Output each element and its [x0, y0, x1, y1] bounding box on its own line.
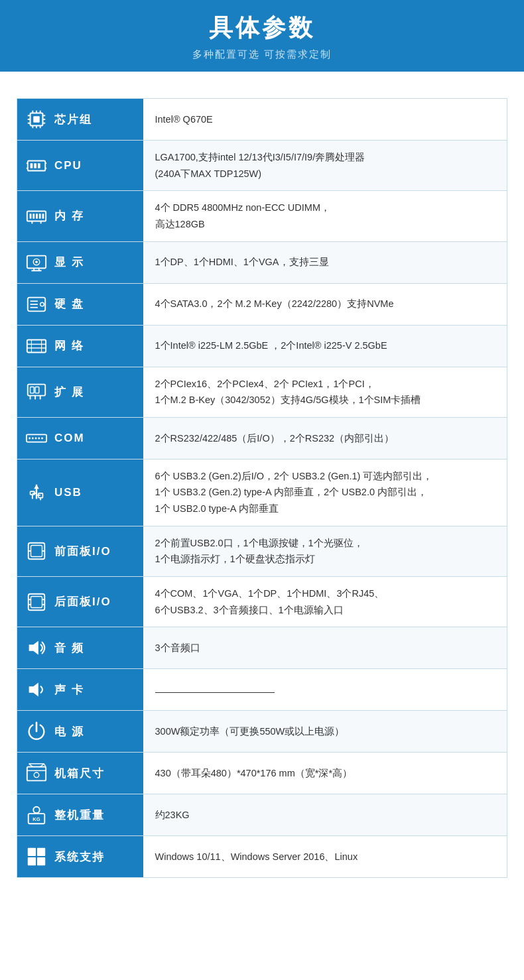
svg-rect-17 [38, 163, 40, 168]
page-subtitle: 多种配置可选 可按需求定制 [13, 48, 511, 61]
svg-rect-90 [28, 857, 36, 865]
spec-value-weight: 约23KG [143, 794, 507, 836]
table-row: 系统支持Windows 10/11、Windows Server 2016、Li… [17, 836, 507, 878]
power-icon [24, 719, 49, 744]
table-row: 机箱尺寸430（带耳朵480）*470*176 mm（宽*深*高） [17, 753, 507, 794]
page-wrapper: 具体参数 多种配置可选 可按需求定制 芯片组Intel® Q670E CPULG… [0, 0, 524, 918]
table-row: USB6个 USB3.2 (Gen.2)后I/O，2个 USB3.2 (Gen.… [17, 459, 507, 526]
com-icon [24, 426, 49, 451]
svg-marker-76 [29, 641, 38, 655]
spec-value-network: 1个Intel® i225-LM 2.5GbE ，2个Intel® i225-V… [143, 325, 507, 367]
spec-label-cell-storage: 硬 盘 [17, 283, 143, 325]
spec-value-power: 300W额定功率（可更换550W或以上电源） [143, 711, 507, 753]
spec-label-text-front-io: 前面板I/O [54, 544, 111, 559]
spec-label-cell-usb: USB [17, 459, 143, 526]
svg-point-53 [29, 437, 31, 439]
spec-label-cell-display: 显 示 [17, 241, 143, 283]
spec-value-usb: 6个 USB3.2 (Gen.2)后I/O，2个 USB3.2 (Gen.1) … [143, 459, 507, 526]
spec-value-expansion: 2个PCIex16、2个PCIex4、2个 PCIex1，1个PCI，1个M.2… [143, 367, 507, 417]
table-row: CPULGA1700,支持intel 12/13代I3/I5/I7/I9/奔腾处… [17, 141, 507, 191]
chassis-icon [24, 761, 49, 786]
spec-label-cell-front-io: 前面板I/O [17, 526, 143, 576]
spec-table: 芯片组Intel® Q670E CPULGA1700,支持intel 12/13… [17, 98, 507, 878]
svg-rect-67 [31, 546, 42, 557]
svg-point-85 [33, 807, 39, 813]
svg-rect-78 [27, 767, 46, 781]
usb-icon [24, 480, 49, 505]
svg-rect-71 [31, 596, 42, 607]
table-row: 芯片组Intel® Q670E [17, 99, 507, 141]
table-row: 音 频3个音频口 [17, 627, 507, 669]
spec-value-memory: 4个 DDR5 4800MHz non-ECC UDIMM，高达128GB [143, 191, 507, 241]
weight-icon: KG [24, 802, 49, 827]
cpu-icon [24, 153, 49, 178]
svg-rect-91 [37, 857, 45, 865]
spec-label-cell-os: 系统支持 [17, 836, 143, 878]
table-row: KG 整机重量约23KG [17, 794, 507, 836]
rear-io-icon [24, 589, 49, 615]
spec-label-text-os: 系统支持 [54, 849, 105, 865]
svg-rect-48 [35, 387, 39, 393]
svg-rect-24 [33, 214, 34, 219]
sound-card-icon [24, 677, 49, 702]
chipset-icon [24, 107, 49, 132]
spec-label-text-display: 显 示 [54, 255, 84, 270]
svg-rect-27 [42, 214, 44, 219]
table-row: 显 示1个DP、1个HDMI、1个VGA，支持三显 [17, 241, 507, 283]
spec-label-cell-memory: 内 存 [17, 191, 143, 241]
table-row: 电 源300W额定功率（可更换550W或以上电源） [17, 711, 507, 753]
table-row: 后面板I/O4个COM、1个VGA、1个DP、1个HDMI、3个RJ45、6个U… [17, 577, 507, 627]
spec-label-text-storage: 硬 盘 [54, 296, 84, 312]
memory-icon [24, 204, 49, 229]
spec-value-com: 2个RS232/422/485（后I/O），2个RS232（内部引出） [143, 417, 507, 459]
svg-rect-89 [37, 848, 45, 856]
spec-label-cell-chipset: 芯片组 [17, 99, 143, 141]
spec-label-text-chassis: 机箱尺寸 [54, 766, 105, 781]
table-row: 扩 展2个PCIex16、2个PCIex4、2个 PCIex1，1个PCI，1个… [17, 367, 507, 417]
svg-rect-1 [33, 116, 39, 122]
spec-value-rear-io: 4个COM、1个VGA、1个DP、1个HDMI、3个RJ45、6个USB3.2、… [143, 577, 507, 627]
svg-rect-47 [31, 387, 34, 393]
spec-label-text-expansion: 扩 展 [54, 385, 84, 400]
spec-label-text-memory: 内 存 [54, 208, 84, 223]
svg-point-55 [35, 437, 37, 439]
spec-label-cell-chassis: 机箱尺寸 [17, 753, 143, 794]
spec-label-cell-weight: KG 整机重量 [17, 794, 143, 836]
spec-label-cell-audio: 音 频 [17, 627, 143, 669]
table-row: 声 卡 [17, 669, 507, 711]
table-row: COM2个RS232/422/485（后I/O），2个RS232（内部引出） [17, 417, 507, 459]
spec-label-cell-sound-card: 声 卡 [17, 669, 143, 711]
spec-label-text-rear-io: 后面板I/O [54, 594, 111, 609]
spec-value-storage: 4个SATA3.0，2个 M.2 M-Key（2242/2280）支持NVMe [143, 283, 507, 325]
spec-label-text-network: 网 络 [54, 338, 84, 353]
spec-label-text-usb: USB [54, 486, 82, 499]
audio-icon [24, 635, 49, 660]
spec-value-display: 1个DP、1个HDMI、1个VGA，支持三显 [143, 241, 507, 283]
front-io-icon [24, 538, 49, 564]
display-icon [24, 250, 49, 275]
spec-label-cell-rear-io: 后面板I/O [17, 577, 143, 627]
spec-label-text-chipset: 芯片组 [54, 112, 92, 127]
storage-icon [24, 292, 49, 317]
table-row: 前面板I/O2个前置USB2.0口，1个电源按键，1个光驱位，1个电源指示灯，1… [17, 526, 507, 576]
page-title: 具体参数 [13, 12, 511, 44]
svg-marker-77 [29, 683, 38, 697]
svg-point-56 [38, 437, 40, 439]
svg-point-57 [41, 437, 43, 439]
svg-rect-15 [31, 163, 33, 168]
svg-rect-16 [34, 163, 36, 168]
spec-label-text-sound-card: 声 卡 [54, 682, 84, 698]
spec-value-front-io: 2个前置USB2.0口，1个电源按键，1个光驱位，1个电源指示灯，1个硬盘状态指… [143, 526, 507, 576]
svg-point-35 [35, 261, 38, 263]
svg-text:KG: KG [33, 816, 40, 822]
svg-rect-41 [27, 339, 46, 352]
spec-label-cell-com: COM [17, 417, 143, 459]
spec-label-text-weight: 整机重量 [54, 808, 105, 823]
spec-label-cell-cpu: CPU [17, 141, 143, 191]
spec-label-text-cpu: CPU [54, 159, 82, 172]
spec-value-cpu: LGA1700,支持intel 12/13代I3/I5/I7/I9/奔腾处理器(… [143, 141, 507, 191]
svg-rect-25 [36, 214, 38, 219]
svg-point-37 [40, 302, 44, 306]
spec-value-chipset: Intel® Q670E [143, 99, 507, 141]
spec-label-cell-expansion: 扩 展 [17, 367, 143, 417]
